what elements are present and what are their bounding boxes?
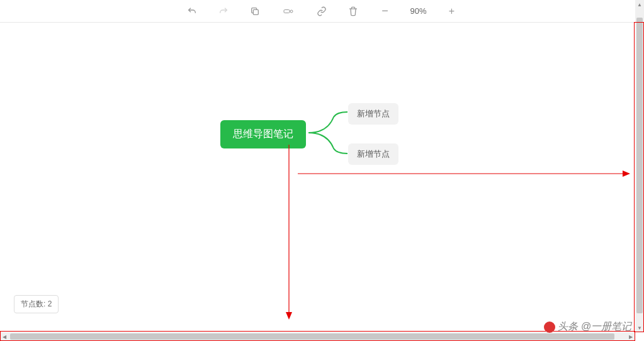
mindmap-canvas[interactable]: 思维导图笔记 新增节点 新增节点 — [0, 23, 635, 332]
vertical-scroll-thumb[interactable] — [636, 18, 643, 313]
copy-button[interactable] — [249, 5, 261, 18]
watermark: 头条 @一册笔记 — [544, 320, 631, 333]
watermark-logo-icon — [544, 321, 555, 333]
watermark-text: 头条 @一册笔记 — [558, 320, 631, 333]
mindmap-root-node[interactable]: 思维导图笔记 — [220, 120, 306, 148]
mindmap-child-node[interactable]: 新增节点 — [348, 143, 398, 165]
scroll-up-button[interactable]: ▲ — [635, 0, 644, 9]
format-button[interactable] — [280, 5, 297, 18]
svg-point-2 — [290, 10, 293, 13]
undo-button[interactable] — [186, 5, 198, 18]
zoom-level: 90% — [410, 6, 426, 16]
svg-rect-0 — [254, 9, 259, 14]
mindmap-child-node[interactable]: 新增节点 — [348, 103, 398, 125]
delete-button[interactable] — [347, 5, 359, 18]
scroll-down-button[interactable]: ▼ — [635, 323, 644, 332]
horizontal-scrollbar[interactable]: ◀ ▶ — [0, 332, 635, 341]
node-count-badge: 节点数: 2 — [14, 295, 59, 313]
horizontal-scroll-thumb[interactable] — [10, 333, 614, 340]
zoom-in-button[interactable]: + — [446, 5, 458, 18]
vertical-scrollbar[interactable]: ▲ ▼ — [635, 0, 644, 332]
link-button[interactable] — [315, 5, 328, 18]
scroll-right-button[interactable]: ▶ — [626, 332, 635, 341]
svg-rect-1 — [284, 9, 290, 13]
scroll-left-button[interactable]: ◀ — [0, 332, 9, 341]
zoom-out-button[interactable]: − — [378, 5, 391, 18]
toolbar: − 90% + — [0, 0, 644, 23]
node-connector — [308, 104, 353, 161]
redo-button[interactable] — [217, 5, 230, 18]
